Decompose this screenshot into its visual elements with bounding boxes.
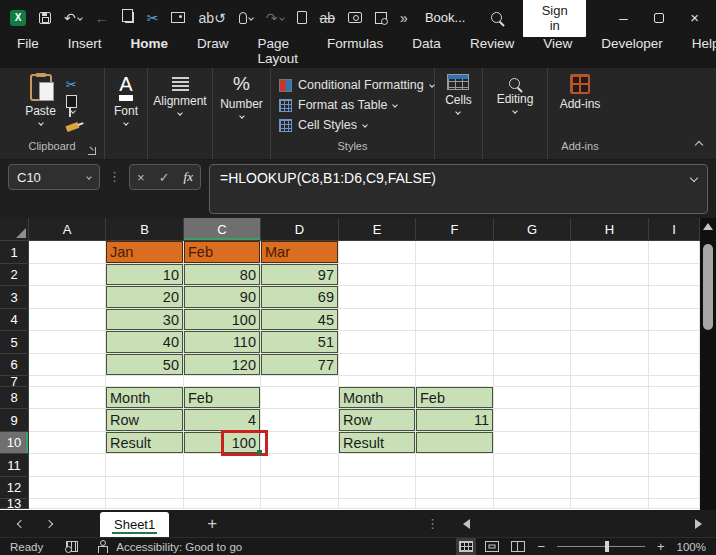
save-icon[interactable] [39, 12, 51, 24]
new-sheet-button[interactable]: + [207, 514, 217, 534]
cell-C1[interactable]: Feb [184, 241, 261, 264]
cell-styles-button[interactable]: Cell Styles [279, 118, 434, 132]
cell-E1[interactable] [339, 241, 416, 264]
cell-A2[interactable] [29, 264, 106, 286]
cell-B7[interactable] [106, 376, 184, 387]
qat-overflow-icon[interactable]: » [400, 10, 408, 26]
menu-tab-insert[interactable]: Insert [67, 30, 103, 74]
cell-D12[interactable] [261, 477, 339, 499]
cell-D7[interactable] [261, 376, 339, 387]
cell-H10[interactable] [571, 432, 649, 454]
cell-A13[interactable] [29, 499, 106, 509]
strikethrough-icon[interactable]: ab [320, 10, 336, 26]
cell-E5[interactable] [339, 331, 416, 354]
cell-I6[interactable] [649, 354, 700, 376]
row-header-11[interactable]: 11 [0, 454, 29, 477]
cell-A8[interactable] [29, 387, 106, 409]
col-header-I[interactable]: I [649, 218, 700, 241]
cell-E2[interactable] [339, 264, 416, 286]
col-header-H[interactable]: H [571, 218, 649, 241]
normal-view-button[interactable] [459, 541, 473, 552]
cell-B1[interactable]: Jan [106, 241, 184, 264]
editing-button[interactable]: Editing [497, 74, 534, 140]
cell-F1[interactable] [416, 241, 494, 264]
row-header-4[interactable]: 4 [0, 309, 29, 331]
page-layout-view-button[interactable] [485, 541, 499, 552]
cut-icon[interactable]: ✂ [66, 77, 79, 92]
cell-D4[interactable]: 45 [261, 309, 339, 331]
cell-A11[interactable] [29, 454, 106, 477]
menu-tab-draw[interactable]: Draw [196, 30, 230, 74]
cell-D13[interactable] [261, 499, 339, 509]
cell-I13[interactable] [649, 499, 700, 509]
screenshot-icon[interactable] [348, 12, 362, 23]
cell-A5[interactable] [29, 331, 106, 354]
cell-I7[interactable] [649, 376, 700, 387]
menu-tab-home[interactable]: Home [130, 30, 170, 74]
cell-D5[interactable]: 51 [261, 331, 339, 354]
row-header-7[interactable]: 7 [0, 376, 29, 387]
cell-B2[interactable]: 10 [106, 264, 184, 286]
cell-G11[interactable] [494, 454, 571, 477]
paste-button[interactable]: Paste [25, 74, 56, 140]
cell-G10[interactable] [494, 432, 571, 454]
cell-B8[interactable]: Month [106, 387, 184, 409]
clipboard-dialog-launcher-icon[interactable] [88, 147, 96, 155]
find-replace-icon[interactable]: ab↺ [198, 10, 225, 26]
cell-D8[interactable] [261, 387, 339, 409]
menu-tab-review[interactable]: Review [469, 30, 515, 74]
next-sheet-icon[interactable] [45, 519, 53, 527]
cell-H4[interactable] [571, 309, 649, 331]
cell-I2[interactable] [649, 264, 700, 286]
col-header-D[interactable]: D [261, 218, 339, 241]
cell-H8[interactable] [571, 387, 649, 409]
cell-E3[interactable] [339, 286, 416, 309]
sheet-tab-sheet1[interactable]: Sheet1 [100, 512, 169, 537]
cell-G12[interactable] [494, 477, 571, 499]
cell-G6[interactable] [494, 354, 571, 376]
collapse-ribbon-button[interactable] [696, 134, 702, 152]
cell-E6[interactable] [339, 354, 416, 376]
cell-A10[interactable] [29, 432, 106, 454]
cell-H13[interactable] [571, 499, 649, 509]
zoom-level[interactable]: 100% [677, 541, 706, 553]
cell-H1[interactable] [571, 241, 649, 264]
cell-I5[interactable] [649, 331, 700, 354]
cell-C5[interactable]: 110 [184, 331, 261, 354]
cell-A1[interactable] [29, 241, 106, 264]
conditional-formatting-button[interactable]: Conditional Formatting [279, 78, 434, 92]
alignment-button[interactable]: Alignment [153, 74, 206, 140]
menu-tab-developer[interactable]: Developer [600, 30, 664, 74]
cell-A6[interactable] [29, 354, 106, 376]
undo-icon[interactable]: ↶ [64, 10, 82, 26]
cell-I4[interactable] [649, 309, 700, 331]
scrollbar-options-icon[interactable]: ⋮ [426, 516, 439, 531]
cell-B11[interactable] [106, 454, 184, 477]
format-as-table-button[interactable]: Format as Table [279, 98, 434, 112]
cell-B12[interactable] [106, 477, 184, 499]
cell-A3[interactable] [29, 286, 106, 309]
cell-D11[interactable] [261, 454, 339, 477]
cell-G8[interactable] [494, 387, 571, 409]
cell-I1[interactable] [649, 241, 700, 264]
smart-lookup-icon[interactable] [375, 12, 387, 24]
cell-F6[interactable] [416, 354, 494, 376]
row-header-10[interactable]: 10 [0, 432, 29, 454]
menu-tab-file[interactable]: File [16, 30, 40, 74]
cell-F2[interactable] [416, 264, 494, 286]
cell-E7[interactable] [339, 376, 416, 387]
name-box[interactable]: C10 [8, 164, 100, 190]
select-all-corner[interactable] [0, 218, 29, 241]
accessibility-status[interactable]: Accessibility: Good to go [116, 541, 242, 553]
cell-G9[interactable] [494, 409, 571, 432]
cell-H3[interactable] [571, 286, 649, 309]
macro-record-icon[interactable] [66, 541, 78, 552]
previous-sheet-icon[interactable] [17, 519, 25, 527]
row-header-9[interactable]: 9 [0, 409, 29, 432]
cell-F13[interactable] [416, 499, 494, 509]
cell-E9[interactable]: Row [339, 409, 416, 432]
scroll-up-icon[interactable] [703, 223, 713, 230]
cell-A7[interactable] [29, 376, 106, 387]
cell-B9[interactable]: Row [106, 409, 184, 432]
cell-G4[interactable] [494, 309, 571, 331]
